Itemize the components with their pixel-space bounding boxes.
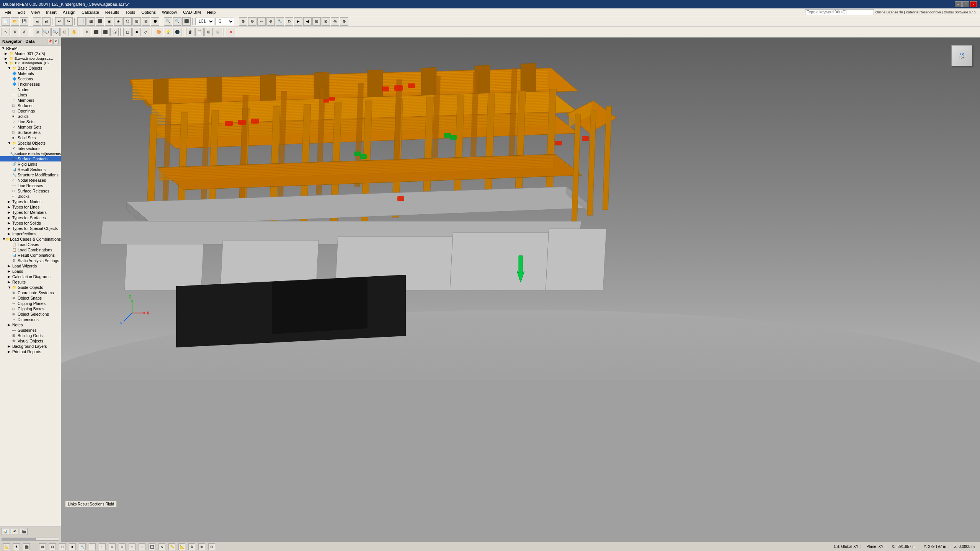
status-btn-10[interactable]: ← bbox=[99, 543, 106, 550]
tree-guide-objects[interactable]: ▼ 📁 Guide Objects bbox=[0, 285, 61, 290]
status-btn-12[interactable]: ⊖ bbox=[119, 543, 126, 550]
tree-linesets[interactable]: ⟋ Line Sets bbox=[0, 119, 61, 124]
tree-surface-releases[interactable]: □ Surface Releases bbox=[0, 188, 61, 194]
tb-btn-10[interactable]: 🔍 bbox=[164, 17, 172, 26]
status-btn-7[interactable]: ■ bbox=[69, 543, 76, 550]
array-btn[interactable]: ⊞ bbox=[214, 28, 222, 36]
tree-types-members[interactable]: ▶ Types for Members bbox=[0, 210, 61, 215]
tree-nodal-releases[interactable]: ○ Nodal Releases bbox=[0, 178, 61, 183]
status-btn-19[interactable]: ⚙ bbox=[188, 543, 195, 550]
status-btn-17[interactable]: 📏 bbox=[168, 543, 175, 550]
print-button[interactable]: 🖨 bbox=[33, 17, 41, 26]
tree-guidelines[interactable]: — Guidelines bbox=[0, 328, 61, 333]
status-btn-1[interactable]: 📐 bbox=[3, 543, 10, 550]
tree-intersections[interactable]: ✕ Intersections bbox=[0, 146, 61, 151]
menu-window[interactable]: Window bbox=[159, 9, 180, 15]
status-btn-3[interactable]: 🎬 bbox=[23, 543, 30, 550]
status-btn-21[interactable]: ⊖ bbox=[208, 543, 215, 550]
menu-assign[interactable]: Assign bbox=[60, 9, 78, 15]
tree-structure-mods[interactable]: 🔧 Structure Modifications bbox=[0, 172, 61, 178]
tree-result-sections[interactable]: 📊 Result Sections bbox=[0, 167, 61, 172]
tb-btn-12[interactable]: ⬛ bbox=[182, 17, 191, 26]
tree-building-grids[interactable]: ⊞ Building Grids bbox=[0, 333, 61, 338]
tree-imperfections[interactable]: ▶ Imperfections bbox=[0, 231, 61, 236]
tb-btn-17[interactable]: 🔧 bbox=[276, 17, 284, 26]
menu-cad-bim[interactable]: CAD-BIM bbox=[180, 9, 204, 15]
tree-load-wizards[interactable]: ▶ Load Wizards bbox=[0, 263, 61, 269]
tb-btn-6[interactable]: ⬡ bbox=[123, 17, 132, 26]
copy-btn[interactable]: 📋 bbox=[195, 28, 204, 36]
tree-rigid-links[interactable]: 🔗 Rigid Links bbox=[0, 161, 61, 167]
nav-data-btn[interactable]: 📊 bbox=[2, 528, 9, 535]
nav-hscroll[interactable] bbox=[2, 538, 59, 541]
tree-types-solids[interactable]: ▶ Types for Solids bbox=[0, 220, 61, 226]
viewport[interactable]: X Z Y +X TOP Links Result Sections Rigid bbox=[61, 37, 980, 542]
tree-line-releases[interactable]: — Line Releases bbox=[0, 183, 61, 188]
tree-special-objects[interactable]: ▼ 📁 Special Objects bbox=[0, 140, 61, 146]
search-input[interactable] bbox=[805, 9, 874, 15]
tree-materials[interactable]: 🔷 Materials bbox=[0, 71, 61, 76]
tree-lines[interactable]: — Lines bbox=[0, 92, 61, 98]
wireframe-btn[interactable]: ◻ bbox=[123, 28, 132, 36]
tree-thicknesses[interactable]: 🔷 Thicknesses bbox=[0, 82, 61, 87]
top-view-btn[interactable]: ⬆ bbox=[83, 28, 91, 36]
tree-object-snaps[interactable]: ⊕ Object Snaps bbox=[0, 295, 61, 301]
tb-btn-16[interactable]: ⊕ bbox=[266, 17, 275, 26]
tree-ester[interactable]: ▶ 📁 E:www.timberdesign.cz... bbox=[0, 56, 61, 61]
tb-btn-19[interactable]: ▶ bbox=[294, 17, 302, 26]
render-btn[interactable]: 🎨 bbox=[155, 28, 163, 36]
tb-btn-8[interactable]: ⊠ bbox=[142, 17, 150, 26]
nav-display-btn[interactable]: 👁 bbox=[11, 528, 18, 535]
undo-button[interactable]: ↩ bbox=[55, 17, 64, 26]
open-button[interactable]: 📂 bbox=[11, 17, 19, 26]
tree-surfaces[interactable]: □ Surfaces bbox=[0, 103, 61, 108]
tree-object-selections[interactable]: ⊞ Object Selections bbox=[0, 311, 61, 317]
tree-result-combinations[interactable]: 📊 Result Combinations bbox=[0, 253, 61, 258]
rotate-button[interactable]: ↺ bbox=[20, 28, 28, 36]
tree-coord-systems[interactable]: ⊕ Coordinate Systems bbox=[0, 290, 61, 295]
tb-btn-5[interactable]: ◈ bbox=[114, 17, 122, 26]
nav-pin-btn[interactable]: 📌 bbox=[47, 39, 52, 44]
tree-printout-reports[interactable]: ▶ Printout Reports bbox=[0, 349, 61, 354]
zoom-out-btn[interactable]: 🔍- bbox=[51, 28, 60, 36]
tree-sections[interactable]: 🔷 Sections bbox=[0, 76, 61, 82]
tree-static-analysis-settings[interactable]: ⚙ Static Analysis Settings bbox=[0, 258, 61, 263]
tree-clipping-boxes[interactable]: □ Clipping Boxes bbox=[0, 306, 61, 311]
tree-notes[interactable]: ▶ Notes bbox=[0, 322, 61, 328]
tb-btn-4[interactable]: ▣ bbox=[105, 17, 113, 26]
mirror-btn[interactable]: ⊞ bbox=[204, 28, 213, 36]
zoom-all-btn[interactable]: ⊞ bbox=[33, 28, 41, 36]
shadow-btn[interactable]: 🌑 bbox=[173, 28, 181, 36]
tree-openings[interactable]: ◻ Openings bbox=[0, 108, 61, 114]
tree-solids[interactable]: ■ Solids bbox=[0, 114, 61, 119]
close-button[interactable]: × bbox=[970, 1, 977, 7]
menu-help[interactable]: Help bbox=[204, 9, 219, 15]
move-button[interactable]: ✥ bbox=[11, 28, 19, 36]
tree-load-cases-combinations[interactable]: ▼ 📁 Load Cases & Combinations bbox=[0, 236, 61, 242]
status-btn-18[interactable]: 📐 bbox=[178, 543, 185, 550]
tree-surfacesets[interactable]: □ Surface Sets bbox=[0, 130, 61, 135]
tree-types-special[interactable]: ▶ Types for Special Objects bbox=[0, 226, 61, 231]
tb-btn-1[interactable]: ⬜ bbox=[77, 17, 86, 26]
tree-types-nodes[interactable]: ▶ Types for Nodes bbox=[0, 199, 61, 204]
3d-view-btn[interactable]: 🎲 bbox=[110, 28, 119, 36]
side-view-btn[interactable]: ⬛ bbox=[101, 28, 109, 36]
status-btn-2[interactable]: 👁 bbox=[13, 543, 20, 550]
tb-btn-2[interactable]: ▦ bbox=[87, 17, 95, 26]
tree-blocks[interactable]: ▪ Blocks bbox=[0, 194, 61, 199]
tb-btn-3[interactable]: ⬛ bbox=[96, 17, 104, 26]
tree-load-cases[interactable]: 📋 Load Cases bbox=[0, 242, 61, 247]
light-btn[interactable]: 💡 bbox=[164, 28, 172, 36]
zoom-window-btn[interactable]: ⊡ bbox=[60, 28, 69, 36]
zoom-in-btn[interactable]: 🔍+ bbox=[42, 28, 51, 36]
status-btn-4[interactable]: ⊞ bbox=[39, 543, 46, 550]
redo-button[interactable]: ↪ bbox=[64, 17, 73, 26]
tb-btn-23[interactable]: ◎ bbox=[331, 17, 339, 26]
menu-options[interactable]: Options bbox=[138, 9, 159, 15]
select-button[interactable]: ↖ bbox=[2, 28, 10, 36]
tree-background-layers[interactable]: ▶ Background Layers bbox=[0, 344, 61, 349]
tb-btn-18[interactable]: ⚙ bbox=[285, 17, 293, 26]
tree-model001[interactable]: ▶ 📁 Model 001 (2.rf5) bbox=[0, 51, 61, 56]
nav-hscroll-thumb[interactable] bbox=[2, 538, 36, 540]
delete-btn[interactable]: 🗑 bbox=[186, 28, 194, 36]
